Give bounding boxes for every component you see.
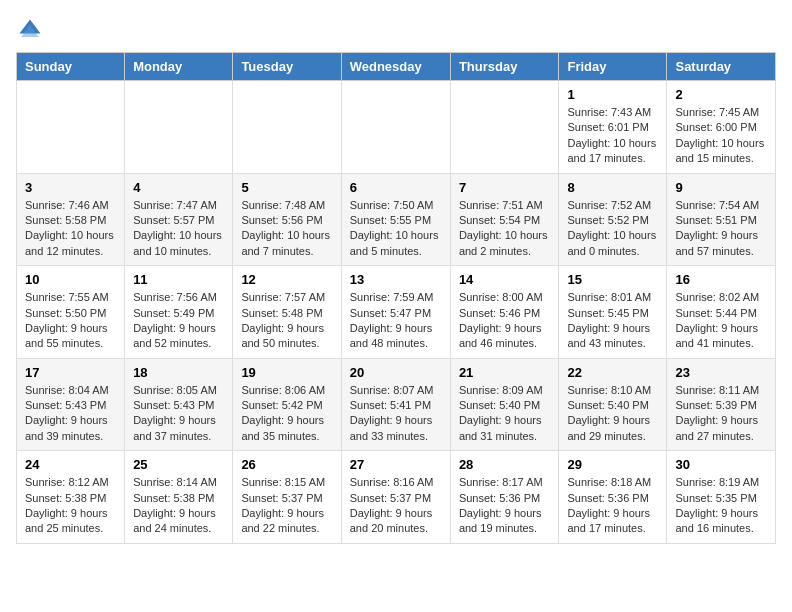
day-info: Sunrise: 7:59 AM Sunset: 5:47 PM Dayligh…: [350, 290, 442, 352]
day-info: Sunrise: 7:57 AM Sunset: 5:48 PM Dayligh…: [241, 290, 332, 352]
day-info: Sunrise: 8:10 AM Sunset: 5:40 PM Dayligh…: [567, 383, 658, 445]
day-number: 15: [567, 272, 658, 287]
header: [16, 16, 776, 44]
week-row-5: 24Sunrise: 8:12 AM Sunset: 5:38 PM Dayli…: [17, 451, 776, 544]
day-cell: [125, 81, 233, 174]
day-number: 27: [350, 457, 442, 472]
day-cell: 12Sunrise: 7:57 AM Sunset: 5:48 PM Dayli…: [233, 266, 341, 359]
day-info: Sunrise: 8:12 AM Sunset: 5:38 PM Dayligh…: [25, 475, 116, 537]
day-info: Sunrise: 7:48 AM Sunset: 5:56 PM Dayligh…: [241, 198, 332, 260]
day-info: Sunrise: 7:52 AM Sunset: 5:52 PM Dayligh…: [567, 198, 658, 260]
day-number: 10: [25, 272, 116, 287]
weekday-header-tuesday: Tuesday: [233, 53, 341, 81]
day-info: Sunrise: 8:18 AM Sunset: 5:36 PM Dayligh…: [567, 475, 658, 537]
day-number: 1: [567, 87, 658, 102]
day-info: Sunrise: 7:56 AM Sunset: 5:49 PM Dayligh…: [133, 290, 224, 352]
day-number: 6: [350, 180, 442, 195]
day-cell: 23Sunrise: 8:11 AM Sunset: 5:39 PM Dayli…: [667, 358, 776, 451]
day-number: 16: [675, 272, 767, 287]
day-number: 7: [459, 180, 551, 195]
day-cell: 16Sunrise: 8:02 AM Sunset: 5:44 PM Dayli…: [667, 266, 776, 359]
calendar-table: SundayMondayTuesdayWednesdayThursdayFrid…: [16, 52, 776, 544]
day-info: Sunrise: 7:43 AM Sunset: 6:01 PM Dayligh…: [567, 105, 658, 167]
day-info: Sunrise: 8:09 AM Sunset: 5:40 PM Dayligh…: [459, 383, 551, 445]
week-row-4: 17Sunrise: 8:04 AM Sunset: 5:43 PM Dayli…: [17, 358, 776, 451]
day-cell: 5Sunrise: 7:48 AM Sunset: 5:56 PM Daylig…: [233, 173, 341, 266]
day-cell: 30Sunrise: 8:19 AM Sunset: 5:35 PM Dayli…: [667, 451, 776, 544]
week-row-3: 10Sunrise: 7:55 AM Sunset: 5:50 PM Dayli…: [17, 266, 776, 359]
day-number: 9: [675, 180, 767, 195]
day-info: Sunrise: 7:46 AM Sunset: 5:58 PM Dayligh…: [25, 198, 116, 260]
day-cell: 11Sunrise: 7:56 AM Sunset: 5:49 PM Dayli…: [125, 266, 233, 359]
day-cell: 15Sunrise: 8:01 AM Sunset: 5:45 PM Dayli…: [559, 266, 667, 359]
day-number: 13: [350, 272, 442, 287]
day-cell: 13Sunrise: 7:59 AM Sunset: 5:47 PM Dayli…: [341, 266, 450, 359]
day-cell: 19Sunrise: 8:06 AM Sunset: 5:42 PM Dayli…: [233, 358, 341, 451]
day-number: 4: [133, 180, 224, 195]
day-number: 5: [241, 180, 332, 195]
day-info: Sunrise: 8:15 AM Sunset: 5:37 PM Dayligh…: [241, 475, 332, 537]
day-info: Sunrise: 7:45 AM Sunset: 6:00 PM Dayligh…: [675, 105, 767, 167]
day-info: Sunrise: 8:00 AM Sunset: 5:46 PM Dayligh…: [459, 290, 551, 352]
day-cell: 6Sunrise: 7:50 AM Sunset: 5:55 PM Daylig…: [341, 173, 450, 266]
weekday-header-monday: Monday: [125, 53, 233, 81]
day-cell: 14Sunrise: 8:00 AM Sunset: 5:46 PM Dayli…: [450, 266, 559, 359]
week-row-1: 1Sunrise: 7:43 AM Sunset: 6:01 PM Daylig…: [17, 81, 776, 174]
day-cell: 17Sunrise: 8:04 AM Sunset: 5:43 PM Dayli…: [17, 358, 125, 451]
weekday-header-sunday: Sunday: [17, 53, 125, 81]
day-number: 20: [350, 365, 442, 380]
logo-icon: [16, 16, 44, 44]
logo: [16, 16, 52, 44]
weekday-header-saturday: Saturday: [667, 53, 776, 81]
day-cell: 29Sunrise: 8:18 AM Sunset: 5:36 PM Dayli…: [559, 451, 667, 544]
day-cell: 3Sunrise: 7:46 AM Sunset: 5:58 PM Daylig…: [17, 173, 125, 266]
day-number: 29: [567, 457, 658, 472]
day-cell: [341, 81, 450, 174]
day-cell: 18Sunrise: 8:05 AM Sunset: 5:43 PM Dayli…: [125, 358, 233, 451]
day-number: 2: [675, 87, 767, 102]
day-cell: 8Sunrise: 7:52 AM Sunset: 5:52 PM Daylig…: [559, 173, 667, 266]
day-number: 24: [25, 457, 116, 472]
day-cell: 4Sunrise: 7:47 AM Sunset: 5:57 PM Daylig…: [125, 173, 233, 266]
day-info: Sunrise: 8:04 AM Sunset: 5:43 PM Dayligh…: [25, 383, 116, 445]
day-number: 18: [133, 365, 224, 380]
day-info: Sunrise: 8:16 AM Sunset: 5:37 PM Dayligh…: [350, 475, 442, 537]
weekday-header-wednesday: Wednesday: [341, 53, 450, 81]
day-cell: 24Sunrise: 8:12 AM Sunset: 5:38 PM Dayli…: [17, 451, 125, 544]
day-info: Sunrise: 8:05 AM Sunset: 5:43 PM Dayligh…: [133, 383, 224, 445]
day-info: Sunrise: 7:50 AM Sunset: 5:55 PM Dayligh…: [350, 198, 442, 260]
day-cell: [450, 81, 559, 174]
day-info: Sunrise: 8:01 AM Sunset: 5:45 PM Dayligh…: [567, 290, 658, 352]
day-info: Sunrise: 8:19 AM Sunset: 5:35 PM Dayligh…: [675, 475, 767, 537]
day-number: 17: [25, 365, 116, 380]
day-number: 25: [133, 457, 224, 472]
day-info: Sunrise: 8:02 AM Sunset: 5:44 PM Dayligh…: [675, 290, 767, 352]
day-number: 14: [459, 272, 551, 287]
day-cell: 28Sunrise: 8:17 AM Sunset: 5:36 PM Dayli…: [450, 451, 559, 544]
day-info: Sunrise: 7:47 AM Sunset: 5:57 PM Dayligh…: [133, 198, 224, 260]
day-info: Sunrise: 7:51 AM Sunset: 5:54 PM Dayligh…: [459, 198, 551, 260]
day-number: 21: [459, 365, 551, 380]
day-number: 30: [675, 457, 767, 472]
week-row-2: 3Sunrise: 7:46 AM Sunset: 5:58 PM Daylig…: [17, 173, 776, 266]
day-cell: 26Sunrise: 8:15 AM Sunset: 5:37 PM Dayli…: [233, 451, 341, 544]
day-cell: 1Sunrise: 7:43 AM Sunset: 6:01 PM Daylig…: [559, 81, 667, 174]
day-number: 11: [133, 272, 224, 287]
day-number: 26: [241, 457, 332, 472]
day-info: Sunrise: 8:06 AM Sunset: 5:42 PM Dayligh…: [241, 383, 332, 445]
day-number: 22: [567, 365, 658, 380]
day-number: 23: [675, 365, 767, 380]
day-info: Sunrise: 8:07 AM Sunset: 5:41 PM Dayligh…: [350, 383, 442, 445]
day-number: 3: [25, 180, 116, 195]
day-cell: 27Sunrise: 8:16 AM Sunset: 5:37 PM Dayli…: [341, 451, 450, 544]
day-info: Sunrise: 8:14 AM Sunset: 5:38 PM Dayligh…: [133, 475, 224, 537]
day-cell: [233, 81, 341, 174]
day-number: 19: [241, 365, 332, 380]
day-cell: [17, 81, 125, 174]
day-cell: 20Sunrise: 8:07 AM Sunset: 5:41 PM Dayli…: [341, 358, 450, 451]
day-cell: 2Sunrise: 7:45 AM Sunset: 6:00 PM Daylig…: [667, 81, 776, 174]
day-cell: 9Sunrise: 7:54 AM Sunset: 5:51 PM Daylig…: [667, 173, 776, 266]
weekday-header-thursday: Thursday: [450, 53, 559, 81]
day-info: Sunrise: 8:11 AM Sunset: 5:39 PM Dayligh…: [675, 383, 767, 445]
day-number: 8: [567, 180, 658, 195]
